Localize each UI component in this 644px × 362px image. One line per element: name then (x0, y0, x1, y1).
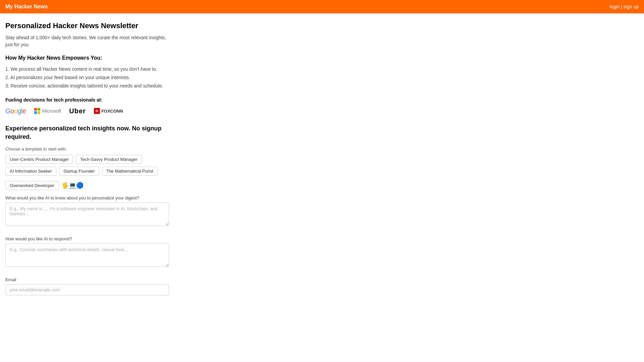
feature-3: 3. Receive concise, actionable insights … (5, 82, 169, 90)
empowers-heading: How My Hacker News Empowers You: (5, 55, 169, 61)
features-list: 1. We process all Hacker News content in… (5, 65, 169, 90)
auth-separator: | (621, 4, 622, 9)
template-buttons-row3: Overworked Developer 🖐️💻🔵 (5, 181, 169, 190)
foxconn-icon: H (94, 108, 100, 114)
template-btn-startup-founder[interactable]: Startup Founder (59, 167, 99, 176)
emoji-group: 🖐️💻🔵 (61, 182, 84, 189)
google-logo: Google (5, 107, 26, 115)
login-link[interactable]: login (610, 4, 620, 9)
microsoft-icon (34, 108, 40, 114)
uber-logo: Uber (69, 107, 86, 115)
microsoft-logo: Microsoft (34, 108, 61, 114)
signup-link[interactable]: sign up (624, 4, 639, 9)
foxconn-label: FOXCONN (101, 109, 123, 114)
template-btn-overworked-developer[interactable]: Overworked Developer (5, 181, 59, 190)
experience-heading: Experience personalized tech insights no… (5, 124, 169, 141)
site-header: My Hacker News login | sign up (0, 0, 644, 13)
logos-row: Google Microsoft Uber H FOXCONN (5, 107, 169, 115)
email-group: Email (5, 277, 169, 295)
feature-2: 2. AI personalizes your feed based on yo… (5, 73, 169, 82)
template-buttons-row2: AI Information Seeker Startup Founder Th… (5, 167, 169, 176)
feature-1: 1. We process all Hacker News content in… (5, 65, 169, 73)
intro-text: Stay ahead of 1,000+ daily tech stories.… (5, 34, 169, 48)
email-label: Email (5, 277, 169, 282)
fueling-text: Fueling decisions for tech professionals… (5, 97, 169, 103)
site-title: My Hacker News (5, 4, 48, 10)
page-title: Personalized Hacker News Newsletter (5, 21, 169, 30)
respond-label: How would you like AI to respond? (5, 236, 169, 241)
respond-textarea[interactable] (5, 243, 169, 267)
template-btn-user-centric-pm[interactable]: User-Centric Product Manager (5, 155, 73, 164)
auth-links: login | sign up (610, 4, 639, 9)
template-label: Choose a template to start with: (5, 146, 169, 152)
personalize-label: What would you like AI to know about you… (5, 195, 169, 200)
respond-group: How would you like AI to respond? (5, 236, 169, 273)
microsoft-label: Microsoft (42, 108, 61, 114)
personalize-group: What would you like AI to know about you… (5, 195, 169, 232)
template-btn-ai-information-seeker[interactable]: AI Information Seeker (5, 167, 56, 176)
email-input[interactable] (5, 284, 169, 295)
personalize-textarea[interactable] (5, 202, 169, 226)
foxconn-logo: H FOXCONN (94, 108, 123, 114)
main-content: Personalized Hacker News Newsletter Stay… (0, 13, 174, 308)
template-btn-mathematical-purist[interactable]: The Mathematical Purist (102, 167, 158, 176)
template-btn-tech-savvy-pm[interactable]: Tech-Savvy Product Manager (76, 155, 142, 164)
template-buttons-row1: User-Centric Product Manager Tech-Savvy … (5, 155, 169, 164)
